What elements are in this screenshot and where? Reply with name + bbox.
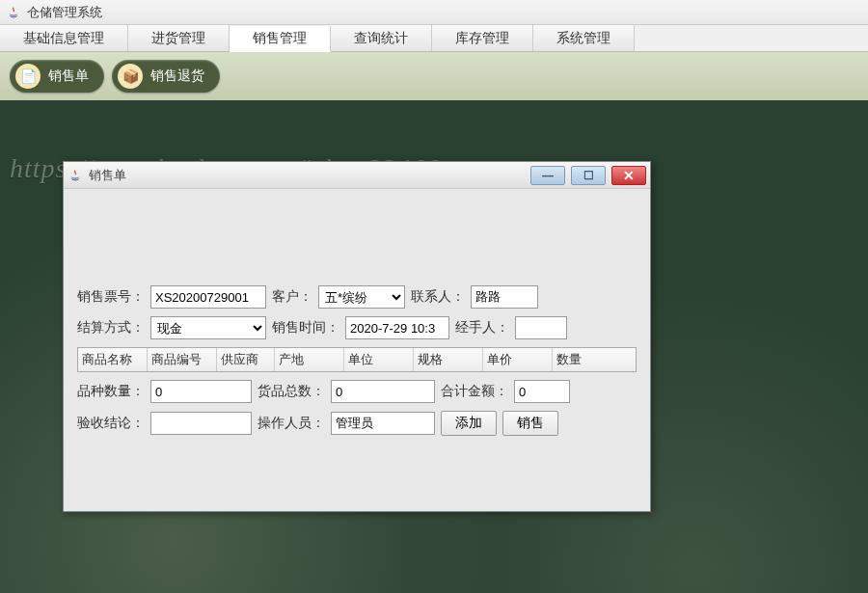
- dialog-titlebar: 销售单 — ☐ ✕: [64, 162, 650, 189]
- close-button[interactable]: ✕: [611, 166, 646, 185]
- inspect-input[interactable]: [150, 412, 252, 435]
- operator-input[interactable]: [331, 412, 435, 435]
- maximize-button[interactable]: ☐: [571, 166, 606, 185]
- total-amount-label: 合计金额：: [441, 383, 508, 400]
- col-product-name: 商品名称: [78, 348, 148, 371]
- java-icon: [68, 168, 83, 183]
- ticket-no-label: 销售票号：: [77, 288, 145, 306]
- ticket-no-input[interactable]: [150, 285, 266, 309]
- goods-total-label: 货品总数：: [258, 383, 325, 400]
- box-icon: 📦: [118, 64, 143, 89]
- app-title: 仓储管理系统: [27, 4, 102, 21]
- operator-label: 操作人员：: [258, 415, 325, 432]
- tab-sales[interactable]: 销售管理: [230, 26, 331, 52]
- java-icon: [6, 5, 21, 20]
- col-qty: 数量: [553, 348, 636, 371]
- sales-return-button[interactable]: 📦 销售退货: [112, 60, 220, 93]
- contact-input[interactable]: [471, 285, 538, 309]
- total-amount-input[interactable]: [514, 380, 570, 403]
- variety-count-label: 品种数量：: [77, 383, 145, 400]
- col-product-code: 商品编号: [148, 348, 217, 371]
- tab-query[interactable]: 查询统计: [331, 25, 432, 51]
- sale-time-label: 销售时间：: [272, 319, 339, 337]
- tab-basic-info[interactable]: 基础信息管理: [0, 25, 128, 51]
- handler-input[interactable]: [515, 316, 567, 339]
- col-unit: 单位: [344, 348, 414, 371]
- col-spec: 规格: [414, 348, 483, 371]
- tab-system[interactable]: 系统管理: [533, 25, 635, 51]
- sales-order-button[interactable]: 📄 销售单: [10, 60, 104, 93]
- col-supplier: 供应商: [217, 348, 275, 371]
- add-button[interactable]: 添加: [441, 411, 497, 436]
- sales-order-dialog: 销售单 — ☐ ✕ 销售票号： 客户： 五*缤纷 联系人： 结算方式：: [63, 161, 651, 512]
- col-origin: 产地: [275, 348, 344, 371]
- col-price: 单价: [483, 348, 553, 371]
- customer-label: 客户：: [272, 288, 312, 306]
- tab-purchase[interactable]: 进货管理: [128, 25, 230, 51]
- settlement-select[interactable]: 现金: [150, 316, 266, 339]
- goods-total-input[interactable]: [331, 380, 435, 403]
- sell-button[interactable]: 销售: [502, 411, 558, 436]
- dialog-title: 销售单: [89, 167, 126, 184]
- variety-count-input[interactable]: [150, 380, 252, 403]
- minimize-button[interactable]: —: [530, 166, 565, 185]
- settlement-label: 结算方式：: [77, 319, 145, 337]
- content-area: https://www.huzhan.com/ishop33466 销售单 — …: [0, 100, 868, 593]
- contact-label: 联系人：: [411, 288, 465, 306]
- toolbar: 📄 销售单 📦 销售退货: [0, 52, 868, 100]
- table-header: 商品名称 商品编号 供应商 产地 单位 规格 单价 数量: [77, 347, 637, 372]
- inspect-label: 验收结论：: [77, 415, 145, 432]
- main-tabs: 基础信息管理 进货管理 销售管理 查询统计 库存管理 系统管理: [0, 25, 868, 52]
- sale-time-input[interactable]: [345, 316, 449, 339]
- customer-select[interactable]: 五*缤纷: [318, 285, 405, 309]
- tab-inventory[interactable]: 库存管理: [432, 25, 533, 51]
- handler-label: 经手人：: [455, 319, 509, 337]
- document-icon: 📄: [15, 64, 41, 89]
